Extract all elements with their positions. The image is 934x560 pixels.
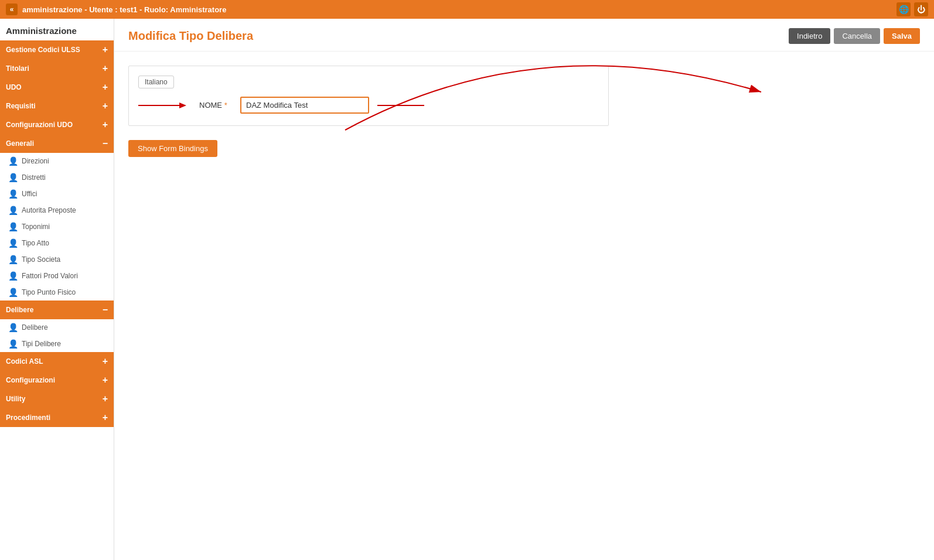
person-icon: 👤 bbox=[8, 173, 18, 182]
page-title: Modifica Tipo Delibera bbox=[128, 29, 253, 43]
salva-button[interactable]: Salva bbox=[884, 28, 920, 44]
expand-icon: + bbox=[103, 394, 108, 404]
sidebar-header: Amministrazione bbox=[0, 19, 114, 40]
expand-icon: + bbox=[103, 101, 108, 111]
person-icon: 👤 bbox=[8, 222, 18, 231]
titlebar-left: « amministrazione - Utente : test1 - Ruo… bbox=[6, 4, 226, 15]
left-arrow-indicator bbox=[138, 100, 191, 111]
sidebar-section-delibere[interactable]: Delibere − bbox=[0, 301, 114, 319]
globe-icon[interactable]: 🌐 bbox=[896, 2, 911, 16]
sidebar-section-procedimenti[interactable]: Procedimenti + bbox=[0, 408, 114, 427]
sidebar-item-distretti[interactable]: 👤 Distretti bbox=[0, 169, 114, 186]
svg-marker-2 bbox=[179, 103, 186, 108]
collapse-icon: − bbox=[103, 138, 108, 149]
cancella-button[interactable]: Cancella bbox=[834, 28, 880, 44]
main-layout: Amministrazione Gestione Codici ULSS + T… bbox=[0, 19, 934, 560]
sidebar-item-tipo-societa[interactable]: 👤 Tipo Societa bbox=[0, 251, 114, 268]
titlebar-icons: 🌐 ⏻ bbox=[896, 2, 928, 16]
person-icon: 👤 bbox=[8, 238, 18, 248]
person-icon: 👤 bbox=[8, 255, 18, 264]
sidebar-item-tipi-delibere[interactable]: 👤 Tipi Delibere bbox=[0, 336, 114, 352]
person-icon: 👤 bbox=[8, 323, 18, 332]
show-form-bindings-button[interactable]: Show Form Bindings bbox=[128, 140, 217, 157]
sidebar-section-udo[interactable]: UDO + bbox=[0, 78, 114, 97]
delibere-items: 👤 Delibere 👤 Tipi Delibere bbox=[0, 319, 114, 352]
language-tab[interactable]: Italiano bbox=[138, 76, 174, 88]
expand-icon: + bbox=[103, 45, 108, 55]
sidebar-item-tipo-atto[interactable]: 👤 Tipo Atto bbox=[0, 235, 114, 251]
person-icon: 👤 bbox=[8, 156, 18, 166]
sidebar-section-utility[interactable]: Utility + bbox=[0, 390, 114, 408]
sidebar-section-generali[interactable]: Generali − bbox=[0, 134, 114, 153]
header-buttons: Indietro Cancella Salva bbox=[789, 28, 920, 44]
sidebar-section-configurazioni[interactable]: Configurazioni + bbox=[0, 371, 114, 390]
expand-icon: + bbox=[103, 119, 108, 130]
titlebar-title: amministrazione - Utente : test1 - Ruolo… bbox=[22, 5, 226, 14]
person-icon: 👤 bbox=[8, 189, 18, 199]
expand-icon: + bbox=[103, 412, 108, 423]
person-icon: 👤 bbox=[8, 271, 18, 281]
sidebar-item-fattori-prod-valori[interactable]: 👤 Fattori Prod Valori bbox=[0, 268, 114, 284]
sidebar-section-codici-asl[interactable]: Codici ASL + bbox=[0, 352, 114, 371]
content-area: Modifica Tipo Delibera Indietro Cancella… bbox=[114, 19, 934, 560]
collapse-icon: − bbox=[103, 305, 108, 315]
expand-icon: + bbox=[103, 82, 108, 93]
sidebar: Amministrazione Gestione Codici ULSS + T… bbox=[0, 19, 114, 560]
nome-input[interactable] bbox=[240, 97, 369, 114]
generali-items: 👤 Direzioni 👤 Distretti 👤 Uffici 👤 Autor… bbox=[0, 153, 114, 301]
back-chevron-button[interactable]: « bbox=[6, 4, 18, 15]
sidebar-item-tipo-punto-fisico[interactable]: 👤 Tipo Punto Fisico bbox=[0, 284, 114, 301]
form-row-nome: NOME * bbox=[138, 97, 599, 114]
titlebar: « amministrazione - Utente : test1 - Ruo… bbox=[0, 0, 934, 19]
person-icon: 👤 bbox=[8, 288, 18, 297]
sidebar-item-uffici[interactable]: 👤 Uffici bbox=[0, 186, 114, 202]
sidebar-section-gestione-codici[interactable]: Gestione Codici ULSS + bbox=[0, 40, 114, 59]
person-icon: 👤 bbox=[8, 339, 18, 349]
sidebar-section-requisiti[interactable]: Requisiti + bbox=[0, 97, 114, 115]
sidebar-section-configurazioni-udo[interactable]: Configurazioni UDO + bbox=[0, 115, 114, 134]
expand-icon: + bbox=[103, 375, 108, 385]
sidebar-section-titolari[interactable]: Titolari + bbox=[0, 59, 114, 78]
power-icon[interactable]: ⏻ bbox=[914, 2, 928, 16]
nome-label: NOME * bbox=[199, 101, 234, 110]
sidebar-item-autorita-preposte[interactable]: 👤 Autorita Preposte bbox=[0, 202, 114, 218]
sidebar-item-toponimi[interactable]: 👤 Toponimi bbox=[0, 218, 114, 235]
form-card: Italiano NOME * bbox=[128, 66, 609, 126]
indietro-button[interactable]: Indietro bbox=[789, 28, 830, 44]
expand-icon: + bbox=[103, 63, 108, 74]
person-icon: 👤 bbox=[8, 206, 18, 215]
form-area: Italiano NOME * bbox=[114, 52, 934, 171]
page-header: Modifica Tipo Delibera Indietro Cancella… bbox=[114, 19, 934, 52]
sidebar-item-delibere[interactable]: 👤 Delibere bbox=[0, 319, 114, 336]
right-arrow-indicator bbox=[377, 100, 430, 111]
required-indicator: * bbox=[224, 101, 227, 110]
expand-icon: + bbox=[103, 356, 108, 367]
sidebar-item-direzioni[interactable]: 👤 Direzioni bbox=[0, 153, 114, 169]
